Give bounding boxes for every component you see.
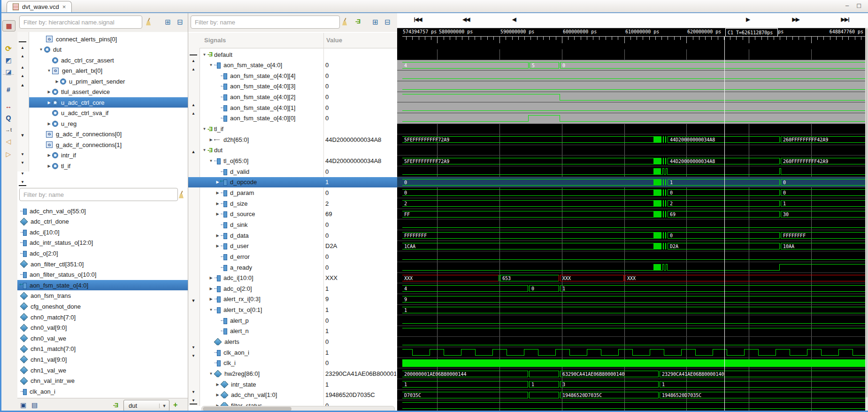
tree-expander-icon[interactable]: ▶ bbox=[46, 164, 52, 168]
clear-filter-icon[interactable] bbox=[178, 191, 185, 199]
signal-list-item[interactable]: adc_ctrl_done bbox=[17, 217, 188, 227]
signal-row[interactable]: ▶d_userD2A bbox=[188, 241, 397, 251]
signal-list-item[interactable]: aon_filter_status_o[10:0] bbox=[17, 270, 188, 280]
vertical-scrollbar[interactable] bbox=[865, 28, 868, 412]
tree-item[interactable]: u_adc_ctrl_sva_if bbox=[29, 108, 188, 118]
wave-row[interactable]: 5FEFFFFFFFFF72A944D20000000034A8260FFFFF… bbox=[397, 134, 865, 145]
tree-expander-icon[interactable]: ▶ bbox=[54, 79, 60, 84]
signal-row[interactable]: ▶d_size2 bbox=[188, 198, 397, 209]
wave-row[interactable]: 1 bbox=[397, 305, 865, 316]
signal-name-filter-input[interactable] bbox=[19, 188, 178, 201]
signal-row[interactable]: aon_fsm_state_o[4:0][4]0 bbox=[188, 70, 397, 81]
wave-row[interactable] bbox=[397, 124, 865, 135]
row-expander-icon[interactable]: ▼ bbox=[201, 53, 207, 57]
fast-backward-button[interactable]: ◀◀ bbox=[457, 16, 476, 23]
wave-row[interactable] bbox=[397, 347, 865, 358]
signal-row[interactable]: ▶adc_i[10:0]XXX bbox=[188, 273, 397, 283]
signal-row[interactable]: clk_i0 bbox=[188, 358, 397, 368]
signal-list-item[interactable]: cfg_oneshot_done bbox=[17, 301, 188, 311]
wave-row[interactable] bbox=[397, 49, 865, 60]
scope-selector[interactable]: dut ▼ bbox=[123, 400, 169, 412]
wave-row[interactable]: 450 bbox=[397, 60, 865, 71]
signal-row[interactable]: ▼tl_if bbox=[188, 124, 397, 134]
clear-filter-icon[interactable] bbox=[341, 18, 349, 26]
wave-row[interactable]: FF6930 bbox=[397, 209, 865, 220]
signal-row[interactable]: d_error0 bbox=[188, 251, 397, 262]
tree-item[interactable]: Gg_adc_if_connections[0] bbox=[29, 129, 188, 140]
signal-row[interactable]: d_valid0 bbox=[188, 166, 397, 177]
scroll-to-bottom-icon[interactable] bbox=[19, 168, 26, 186]
wave-row[interactable] bbox=[397, 102, 865, 113]
wave-row[interactable]: 200000001AE06B8000014463290CA41AE06B8000… bbox=[397, 369, 865, 380]
wave-row[interactable] bbox=[397, 219, 865, 230]
tree-item[interactable]: Gg_adc_if_connections[1] bbox=[29, 140, 188, 150]
collapse-all-icon[interactable] bbox=[384, 18, 392, 26]
signal-row[interactable]: clk_aon_i1 bbox=[188, 347, 397, 358]
tree-item[interactable]: ▶tlul_assert_device bbox=[29, 87, 188, 97]
wave-row[interactable] bbox=[397, 400, 865, 411]
signal-row[interactable]: ▶intr_state1 bbox=[188, 379, 397, 389]
page-down-icon[interactable] bbox=[19, 149, 26, 166]
wave-row[interactable] bbox=[397, 315, 865, 326]
add-scope-icon[interactable]: + bbox=[173, 401, 177, 409]
zoom-icon[interactable] bbox=[2, 113, 15, 123]
next-marker-icon[interactable] bbox=[2, 149, 15, 159]
tree-expander-icon[interactable]: ▶ bbox=[46, 90, 52, 94]
signal-list-item[interactable]: chn0_match[7:0] bbox=[17, 312, 188, 322]
wave-row[interactable] bbox=[397, 145, 865, 156]
signal-list-item[interactable]: adc_i[10:0] bbox=[17, 227, 188, 237]
signal-row[interactable]: alert_p0 bbox=[188, 315, 397, 326]
signal-row[interactable]: ▶d_data0 bbox=[188, 230, 397, 241]
expand-all-icon[interactable] bbox=[371, 18, 379, 26]
signal-row[interactable]: ▼tl_o[65:0]44D20000000034A8 bbox=[188, 156, 397, 166]
signal-list-item[interactable]: adc_intr_status_o[12:0] bbox=[17, 238, 188, 248]
signal-row[interactable]: ▼default bbox=[188, 49, 397, 60]
signal-row[interactable]: ▶adc_chn_val[1:0]19486520D7035C bbox=[188, 390, 397, 400]
signal-list-item[interactable]: adc_o[2:0] bbox=[17, 248, 188, 258]
step-backward-button[interactable]: ◀ bbox=[505, 16, 523, 23]
add-group-icon[interactable] bbox=[113, 402, 118, 409]
prev-marker-icon[interactable] bbox=[2, 136, 15, 147]
waveform-cursor[interactable] bbox=[724, 37, 725, 411]
tree-item[interactable]: adc_ctrl_csr_assert bbox=[29, 55, 188, 65]
signal-row[interactable]: ▶d2h[65:0]44D20000000034A8 bbox=[188, 134, 397, 145]
row-expander-icon[interactable]: ▶ bbox=[208, 138, 214, 142]
wave-row[interactable]: D7035C19486520D7035C19486520D7035C bbox=[397, 390, 865, 401]
wave-row[interactable] bbox=[397, 326, 865, 337]
wave-row[interactable] bbox=[397, 70, 865, 81]
collapse-all-icon[interactable] bbox=[176, 18, 184, 26]
signal-row[interactable]: ▶d_source69 bbox=[188, 209, 397, 219]
add-signal-icon[interactable] bbox=[2, 85, 15, 95]
signal-list-item[interactable]: aon_fsm_trans bbox=[17, 291, 188, 301]
tree-expander-icon[interactable]: ▼ bbox=[38, 47, 44, 52]
minimize-icon[interactable]: – bbox=[845, 2, 849, 9]
line-down-icon[interactable] bbox=[19, 130, 26, 139]
signal-list-item[interactable]: chn1_match[7:0] bbox=[17, 344, 188, 354]
wave-row[interactable] bbox=[397, 92, 865, 103]
wave-row[interactable] bbox=[397, 262, 865, 273]
signal-list-item[interactable]: chn0_val[9:0] bbox=[17, 323, 188, 333]
close-icon[interactable]: × bbox=[62, 3, 66, 10]
signal-list-item[interactable]: chn0_val_we bbox=[17, 333, 188, 343]
signal-row[interactable]: aon_fsm_state_o[4:0][1]0 bbox=[188, 102, 397, 113]
report-icon[interactable] bbox=[31, 401, 38, 409]
page-up-icon[interactable] bbox=[19, 62, 26, 79]
signal-row[interactable]: ▶alert_rx_i[0:3]9 bbox=[188, 294, 397, 304]
tree-item[interactable]: ▶u_prim_alert_sender bbox=[29, 76, 188, 86]
wave-row[interactable] bbox=[397, 358, 865, 369]
signal-list-item[interactable]: clk_aon_i bbox=[17, 386, 188, 396]
tree-item[interactable]: ▶u_adc_ctrl_core bbox=[29, 97, 188, 108]
signal-row[interactable]: d_sink0 bbox=[188, 219, 397, 230]
wave-row[interactable]: 010 bbox=[397, 177, 865, 188]
signal-row[interactable]: aon_fsm_state_o[4:0][0]0 bbox=[188, 113, 397, 124]
signal-row[interactable]: alert_n1 bbox=[188, 326, 397, 336]
wave-save-icon[interactable] bbox=[2, 55, 15, 65]
wave-row[interactable]: 5FEFFFFFFFFF72A944D20000000034A8260FFFFF… bbox=[397, 156, 865, 167]
column-header-signals[interactable]: Signals bbox=[204, 37, 226, 44]
refresh-icon[interactable] bbox=[2, 43, 15, 54]
timeline[interactable]: 648847760 ps C1 T=626112870ps 574394757 … bbox=[397, 28, 868, 49]
wave-row[interactable]: FFFFFFFF0FFFFFFFF bbox=[397, 230, 865, 241]
signal-row[interactable]: aon_fsm_state_o[4:0][2]0 bbox=[188, 92, 397, 102]
tree-expander-icon[interactable]: ▶ bbox=[46, 153, 52, 157]
add-group-icon[interactable] bbox=[355, 18, 360, 25]
